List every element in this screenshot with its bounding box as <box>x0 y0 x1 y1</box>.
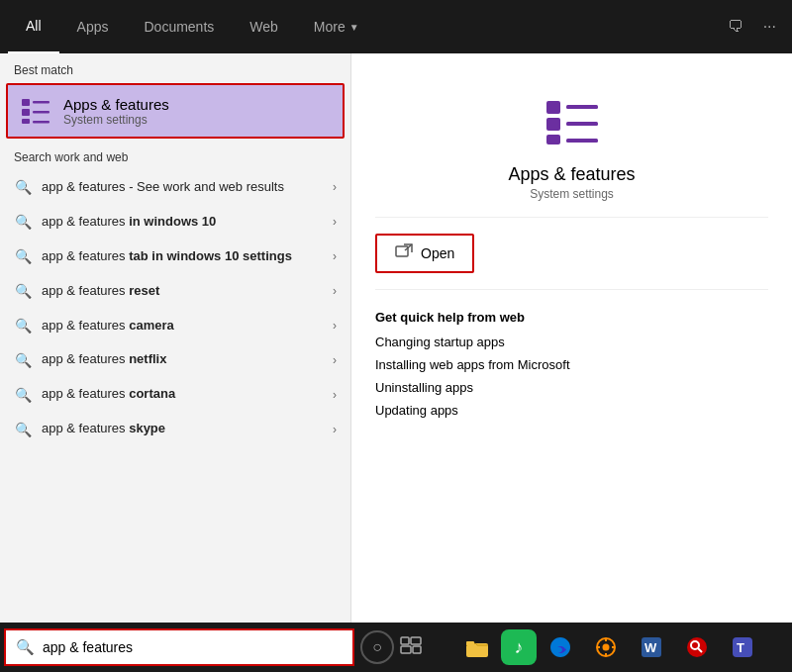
svg-rect-11 <box>566 139 598 143</box>
search-item-6[interactable]: 🔍 app & features cortana › <box>0 377 350 412</box>
best-match-label: Best match <box>0 53 350 83</box>
best-match-item[interactable]: Apps & features System settings <box>6 83 345 139</box>
search-item-3[interactable]: 🔍 app & features reset › <box>0 274 350 309</box>
app-preview: Apps & features System settings <box>375 73 768 218</box>
quick-help-link-2[interactable]: Uninstalling apps <box>375 380 768 395</box>
svg-rect-10 <box>566 122 598 126</box>
search-icon-2: 🔍 <box>14 248 32 264</box>
task-view-button[interactable] <box>394 636 428 659</box>
svg-rect-4 <box>33 111 50 114</box>
svg-rect-19 <box>466 641 474 645</box>
open-button[interactable]: Open <box>375 234 474 273</box>
search-item-text-2: app & features tab in windows 10 setting… <box>42 248 325 265</box>
search-item-text-5: app & features netflix <box>42 351 325 368</box>
search-item-4[interactable]: 🔍 app & features camera › <box>0 309 350 343</box>
main-content: Best match Apps & features System settin… <box>0 53 792 623</box>
nav-tab-documents[interactable]: Documents <box>126 0 232 53</box>
svg-rect-9 <box>566 105 598 109</box>
search-icon: 🔍 <box>14 179 32 195</box>
cortana-icon: ○ <box>372 638 382 656</box>
search-item-2[interactable]: 🔍 app & features tab in windows 10 setti… <box>0 240 350 274</box>
search-icon-4: 🔍 <box>14 318 32 334</box>
search-item-text-1: app & features in windows 10 <box>42 214 325 231</box>
app-preview-title: Apps & features <box>508 164 635 185</box>
svg-point-28 <box>687 637 707 657</box>
taskbar-file-explorer[interactable] <box>455 625 499 669</box>
search-web-label: Search work and web <box>0 139 350 170</box>
taskbar-red-search[interactable] <box>675 625 719 669</box>
taskbar-word[interactable]: W <box>630 625 673 669</box>
search-item-0[interactable]: 🔍 app & features - See work and web resu… <box>0 170 350 205</box>
quick-help-link-1[interactable]: Installing web apps from Microsoft <box>375 357 768 372</box>
svg-text:T: T <box>737 640 744 655</box>
best-match-subtitle: System settings <box>63 113 169 127</box>
chevron-right-icon-7: › <box>333 423 337 436</box>
more-options-icon[interactable]: ··· <box>763 18 776 36</box>
chevron-right-icon-1: › <box>333 215 337 229</box>
svg-rect-1 <box>22 109 30 116</box>
quick-help-link-0[interactable]: Changing startup apps <box>375 335 768 349</box>
taskbar-settings[interactable] <box>584 625 628 669</box>
taskbar-spotify[interactable]: ♪ <box>501 629 537 665</box>
feedback-icon[interactable]: 🗨 <box>728 18 743 36</box>
taskbar-edge[interactable] <box>539 625 582 669</box>
nav-tab-all[interactable]: All <box>8 0 59 53</box>
nav-tab-apps[interactable]: Apps <box>59 0 127 53</box>
apps-features-icon <box>20 95 51 127</box>
search-item-text-6: app & features cortana <box>42 386 325 403</box>
spotify-icon: ♪ <box>515 637 524 658</box>
taskbar-icons: ♪ W <box>432 625 788 669</box>
open-external-icon <box>395 243 413 263</box>
open-button-label: Open <box>421 245 454 261</box>
svg-point-21 <box>603 644 610 651</box>
nav-tab-web[interactable]: Web <box>232 0 296 53</box>
taskbar-search-icon: 🔍 <box>16 638 35 656</box>
svg-rect-2 <box>22 119 30 124</box>
svg-rect-12 <box>396 246 408 256</box>
chevron-right-icon-0: › <box>333 180 337 194</box>
chevron-right-icon-6: › <box>333 388 337 402</box>
svg-rect-5 <box>33 121 50 124</box>
quick-help-links: Changing startup apps Installing web app… <box>375 335 768 418</box>
left-panel: Best match Apps & features System settin… <box>0 53 350 623</box>
taskbar-search-box[interactable]: 🔍 <box>4 628 354 666</box>
open-button-row: Open <box>375 234 768 290</box>
nav-tab-more[interactable]: More ▼ <box>296 0 377 53</box>
nav-right-icons: 🗨 ··· <box>728 18 784 36</box>
svg-rect-17 <box>413 646 421 653</box>
search-item-5[interactable]: 🔍 app & features netflix › <box>0 342 350 377</box>
svg-rect-0 <box>22 99 30 106</box>
search-icon-7: 🔍 <box>14 422 32 437</box>
search-item-7[interactable]: 🔍 app & features skype › <box>0 412 350 446</box>
svg-rect-6 <box>546 101 560 114</box>
svg-rect-8 <box>546 135 560 144</box>
taskbar-teams[interactable]: T <box>721 625 764 669</box>
svg-rect-15 <box>411 637 421 644</box>
chevron-right-icon-4: › <box>333 319 337 333</box>
best-match-title: Apps & features <box>63 96 169 113</box>
search-item-text-7: app & features skype <box>42 421 325 437</box>
quick-help-link-3[interactable]: Updating apps <box>375 403 768 418</box>
search-item-text-0: app & features - See work and web result… <box>42 179 325 196</box>
svg-rect-14 <box>401 637 409 644</box>
search-item-1[interactable]: 🔍 app & features in windows 10 › <box>0 205 350 240</box>
svg-text:W: W <box>644 640 657 655</box>
svg-rect-7 <box>546 118 560 131</box>
chevron-right-icon-2: › <box>333 249 337 263</box>
quick-help-title: Get quick help from web <box>375 310 768 325</box>
cortana-button[interactable]: ○ <box>360 630 394 664</box>
search-icon-1: 🔍 <box>14 214 32 230</box>
search-item-text-3: app & features reset <box>42 283 325 300</box>
right-panel: Apps & features System settings Open Get… <box>350 53 792 623</box>
chevron-right-icon-3: › <box>333 284 337 298</box>
best-match-text: Apps & features System settings <box>63 96 169 127</box>
chevron-down-icon: ▼ <box>349 22 359 33</box>
taskbar-search-input[interactable] <box>43 639 343 655</box>
app-preview-icon <box>543 93 602 152</box>
search-icon-6: 🔍 <box>14 387 32 403</box>
app-preview-subtitle: System settings <box>530 187 614 201</box>
chevron-right-icon-5: › <box>333 353 337 367</box>
search-icon-5: 🔍 <box>14 352 32 368</box>
taskbar: 🔍 ○ ♪ <box>0 623 792 672</box>
search-item-text-4: app & features camera <box>42 318 325 335</box>
